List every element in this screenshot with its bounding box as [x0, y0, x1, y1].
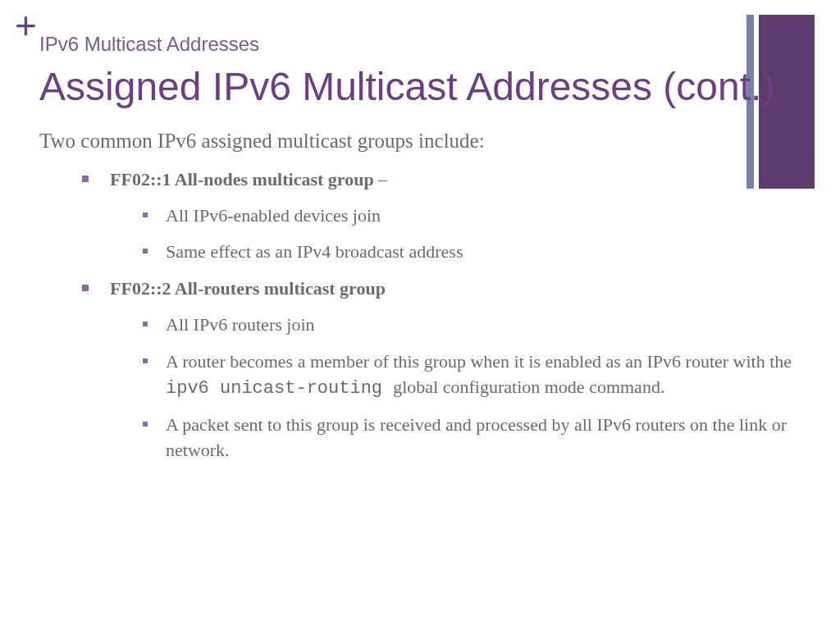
sub-list: All IPv6 routers join A router becomes a… — [110, 313, 807, 463]
sub-item: A packet sent to this group is received … — [143, 413, 807, 463]
sub-item-text: global configuration mode command. — [393, 377, 664, 397]
group-list: FF02::1 All-nodes multicast group – All … — [39, 167, 807, 463]
sub-item: All IPv6-enabled devices join — [143, 203, 807, 229]
plus-icon: + — [15, 7, 37, 44]
sub-list: All IPv6-enabled devices join Same effec… — [110, 203, 807, 266]
command-text: ipv6 unicast-routing — [166, 378, 393, 399]
slide-body: Two common IPv6 assigned multicast group… — [39, 130, 807, 475]
slide-title: Assigned IPv6 Multicast Addresses (cont.… — [39, 64, 774, 109]
intro-text: Two common IPv6 assigned multicast group… — [39, 130, 807, 153]
sub-item: A router becomes a member of this group … — [143, 349, 807, 402]
sub-item-text: A router becomes a member of this group … — [166, 351, 792, 372]
group-label: FF02::1 All-nodes multicast group — [110, 169, 374, 189]
group-item: FF02::1 All-nodes multicast group – All … — [82, 167, 807, 265]
group-suffix: – — [374, 169, 388, 189]
sub-item: Same effect as an IPv4 broadcast address — [143, 240, 807, 265]
group-label: FF02::2 All-routers multicast group — [110, 278, 386, 299]
group-item: FF02::2 All-routers multicast group All … — [82, 276, 807, 463]
slide-subtitle: IPv6 Multicast Addresses — [39, 33, 259, 56]
sub-item: All IPv6 routers join — [143, 313, 807, 338]
